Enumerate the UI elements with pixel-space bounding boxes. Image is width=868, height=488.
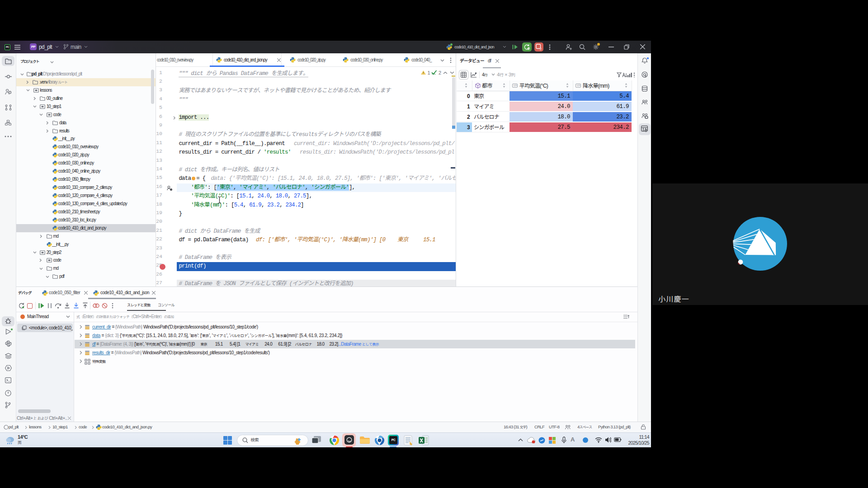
svg-text:2: 2	[540, 47, 542, 51]
